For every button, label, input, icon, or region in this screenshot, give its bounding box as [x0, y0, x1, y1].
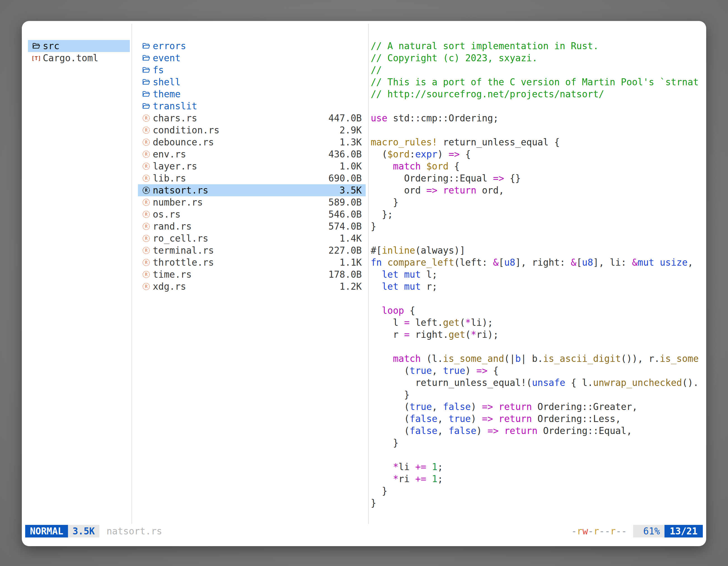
- file-row[interactable]: event: [138, 52, 366, 64]
- status-bar: NORMAL 3.5K natsort.rs -rw-r--r-- 61% 13…: [25, 525, 703, 537]
- file-row[interactable]: R rand.rs 574.0B: [138, 220, 366, 233]
- file-size: 690.0B: [328, 173, 362, 184]
- rust-icon: R: [141, 174, 151, 183]
- rust-icon: R: [141, 210, 151, 219]
- rust-icon: R: [141, 246, 151, 255]
- rust-icon: R: [141, 126, 151, 135]
- svg-text:[T]: [T]: [32, 55, 41, 62]
- open-folder-icon: [141, 41, 151, 51]
- code-line: loop {: [371, 304, 703, 316]
- rust-icon: R: [141, 258, 151, 267]
- file-size-badge: 3.5K: [68, 525, 99, 537]
- file-row[interactable]: R chars.rs 447.0B: [138, 112, 366, 124]
- file-row[interactable]: errors: [138, 40, 366, 52]
- mode-badge: NORMAL: [25, 525, 68, 537]
- preview-pane: // A natural sort implementation in Rust…: [371, 40, 703, 509]
- desktop-background: { "colors": { "desktop_bg": "#7a7a7a", "…: [0, 0, 728, 566]
- file-size: 574.0B: [328, 221, 362, 232]
- file-name: natsort.rs: [153, 185, 208, 196]
- open-folder-icon: [141, 102, 151, 111]
- file-name: layer.rs: [153, 161, 197, 172]
- file-row[interactable]: shell: [138, 76, 366, 88]
- file-name: os.rs: [153, 209, 180, 220]
- svg-text:R: R: [145, 200, 147, 205]
- code-line: [371, 100, 703, 112]
- file-name: chars.rs: [153, 113, 197, 124]
- code-line: (false, false) => return Ordering::Equal…: [371, 425, 703, 437]
- file-size: 2.9K: [340, 125, 362, 136]
- file-size: 1.0K: [340, 161, 362, 172]
- code-line: fn compare_left(left: &[u8], right: &[u8…: [371, 257, 703, 269]
- code-line: ($ord:expr) => {: [371, 148, 703, 160]
- rust-icon: R: [141, 186, 151, 195]
- code-line: *ri += 1;: [371, 473, 703, 485]
- code-line: use std::cmp::Ordering;: [371, 112, 703, 124]
- file-row[interactable]: [T] Cargo.toml: [28, 52, 130, 64]
- toml-icon: [T]: [31, 53, 41, 63]
- code-line: // Copyright (c) 2023, sxyazi.: [371, 52, 703, 64]
- file-row[interactable]: R natsort.rs 3.5K: [138, 184, 366, 196]
- rust-icon: R: [141, 150, 151, 159]
- file-name: Cargo.toml: [43, 53, 98, 64]
- file-row[interactable]: R number.rs 589.0B: [138, 196, 366, 208]
- yazi-window: src [T] Cargo.toml errors event fs shell…: [22, 21, 706, 546]
- code-line: *li += 1;: [371, 461, 703, 473]
- code-line: [371, 340, 703, 353]
- code-line: match (l.is_some_and(|b| b.is_ascii_digi…: [371, 353, 703, 365]
- file-row[interactable]: src: [28, 40, 130, 52]
- file-row[interactable]: R ro_cell.rs 1.4K: [138, 233, 366, 245]
- open-folder-icon: [141, 53, 151, 63]
- svg-text:R: R: [145, 152, 147, 157]
- code-line: #[inline(always)]: [371, 245, 703, 257]
- file-row[interactable]: R throttle.rs 1.1K: [138, 257, 366, 269]
- file-row[interactable]: R os.rs 546.0B: [138, 208, 366, 220]
- svg-text:R: R: [145, 248, 147, 253]
- open-folder-icon: [31, 41, 41, 51]
- file-row[interactable]: R terminal.rs 227.0B: [138, 245, 366, 257]
- file-row[interactable]: R lib.rs 690.0B: [138, 172, 366, 184]
- code-line: [371, 449, 703, 461]
- file-row[interactable]: theme: [138, 88, 366, 100]
- code-line: // A natural sort implementation in Rust…: [371, 40, 703, 52]
- file-size: 3.5K: [340, 185, 362, 196]
- code-line: };: [371, 208, 703, 220]
- svg-text:R: R: [145, 284, 147, 289]
- file-row[interactable]: translit: [138, 100, 366, 112]
- code-line: }: [371, 196, 703, 208]
- rust-icon: R: [141, 138, 151, 147]
- file-row[interactable]: R env.rs 436.0B: [138, 148, 366, 160]
- code-line: r = right.get(*ri);: [371, 328, 703, 340]
- status-spacer: [162, 525, 571, 537]
- code-line: let mut r;: [371, 281, 703, 292]
- file-name: rand.rs: [153, 221, 192, 232]
- code-line: }: [371, 220, 703, 233]
- file-size: 178.0B: [328, 269, 362, 280]
- file-row[interactable]: R time.rs 178.0B: [138, 269, 366, 281]
- code-line: }: [371, 437, 703, 449]
- svg-text:R: R: [145, 128, 147, 133]
- file-row[interactable]: fs: [138, 64, 366, 76]
- svg-text:R: R: [145, 176, 147, 181]
- file-row[interactable]: R condition.rs 2.9K: [138, 124, 366, 136]
- svg-text:R: R: [145, 140, 147, 145]
- file-row[interactable]: R xdg.rs 1.2K: [138, 281, 366, 292]
- code-line: Ordering::Equal => {}: [371, 172, 703, 184]
- current-pane: errors event fs shell theme translit R c…: [138, 40, 366, 292]
- file-name: condition.rs: [153, 125, 219, 136]
- code-line: [371, 292, 703, 304]
- file-size: 546.0B: [328, 209, 362, 220]
- file-size: 436.0B: [328, 149, 362, 160]
- file-row[interactable]: R debounce.rs 1.3K: [138, 136, 366, 148]
- scroll-percent-badge: 61%: [633, 525, 664, 537]
- file-name: terminal.rs: [153, 245, 214, 256]
- file-name: fs: [153, 65, 164, 76]
- svg-text:R: R: [145, 272, 147, 277]
- file-name: throttle.rs: [153, 257, 214, 268]
- cursor-position-badge: 13/21: [664, 525, 703, 537]
- file-name: shell: [153, 77, 180, 88]
- file-row[interactable]: R layer.rs 1.0K: [138, 160, 366, 172]
- file-name: event: [153, 53, 180, 64]
- code-line: }: [371, 497, 703, 509]
- code-line: (false, true) => return Ordering::Less,: [371, 413, 703, 425]
- file-name: xdg.rs: [153, 281, 186, 292]
